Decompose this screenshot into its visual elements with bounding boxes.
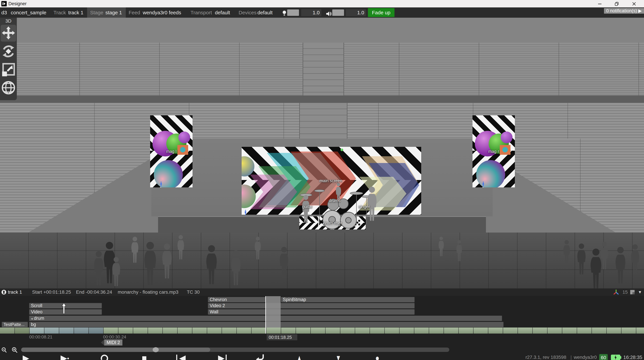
ruler-segment <box>59 327 74 333</box>
clock: 16:28:35 <box>623 354 642 360</box>
battery-icon <box>611 354 620 360</box>
stage-selector[interactable]: stage 1 <box>106 8 122 18</box>
axis-gizmo-icon <box>613 289 619 295</box>
concourse-walkway <box>0 95 644 103</box>
track-start: Start +00:01:18.25 <box>32 288 71 296</box>
brightness-value[interactable]: 1.0 <box>301 9 321 16</box>
globe-tool-button[interactable] <box>1 79 16 96</box>
track-lock-icon[interactable] <box>1 290 6 295</box>
zoom-out-icon[interactable] <box>1 347 7 353</box>
close-icon <box>632 1 636 7</box>
timecode-ruler[interactable] <box>0 327 644 333</box>
designer-window: Designer d3 concert_sample Track track 1… <box>0 0 644 360</box>
title-bar: Designer <box>0 0 644 8</box>
rotate-icon <box>1 43 16 60</box>
record-button[interactable]: ● <box>372 353 383 360</box>
track-bar: track 1 Start +00:01:18.25 End -00:04:36… <box>0 288 644 296</box>
return-icon <box>255 353 265 360</box>
singer-figure <box>368 187 377 221</box>
playhead-section-highlight[interactable] <box>266 296 281 327</box>
project-name[interactable]: concert_sample <box>11 8 46 18</box>
menu-bar: d3 concert_sample Track track 1 Stage st… <box>0 8 644 18</box>
d3-logo-icon <box>1 1 7 7</box>
volume-slider[interactable] <box>332 10 344 16</box>
transport-label: Transport <box>190 8 212 18</box>
drum-riser-label: drum riser <box>323 221 342 226</box>
stage-3d-viewport[interactable]: mag l mag r main screen drums guitar sin… <box>0 18 644 288</box>
ruler-segment <box>74 327 88 333</box>
layer-block-video2[interactable]: Video 2 <box>208 303 415 308</box>
track-timecode-format: TC 30 <box>187 288 200 296</box>
play-button[interactable]: ▶ <box>19 353 32 360</box>
next-section-button[interactable]: ▶ <box>214 353 228 360</box>
midi-tag[interactable]: MIDI 2 <box>101 339 122 345</box>
guitar-label: guitar <box>302 204 313 209</box>
notifications-badge[interactable]: 0 notification(s) ▶ <box>604 8 644 14</box>
stage-label: Stage <box>90 8 103 18</box>
bar <box>176 354 177 360</box>
layer-block-spinbitmap[interactable]: SpinBitmap <box>281 297 415 302</box>
layer-block-chevron[interactable]: Chevron <box>208 297 266 302</box>
fps-badge: 60 <box>599 354 608 360</box>
transport-selector[interactable]: default <box>215 8 230 18</box>
mag-l-label: mag l <box>166 149 176 154</box>
play-section-button[interactable]: ▶● <box>58 353 72 360</box>
midi-tag-arrow-icon <box>101 339 104 345</box>
scrollbar-visible-range[interactable] <box>21 347 210 352</box>
minimize-button[interactable] <box>597 1 602 7</box>
d3-menu[interactable]: d3 <box>1 8 7 18</box>
previous-track-button[interactable]: ▲ <box>295 353 304 360</box>
midi-tag-label: MIDI 2 <box>104 339 122 345</box>
scale-icon <box>1 61 16 78</box>
bar <box>226 354 227 360</box>
layer-block-testpattern[interactable]: TestPatte... <box>2 322 28 327</box>
minimize-icon <box>597 1 602 7</box>
venue-ceiling <box>0 18 644 43</box>
zoom-in-icon[interactable] <box>12 347 18 353</box>
ruler-segment <box>15 327 29 333</box>
ruler-segment <box>44 327 59 333</box>
volume-value[interactable]: 1.0 <box>346 9 366 16</box>
middle-stairway <box>299 103 348 139</box>
main-screen-label: main screen <box>320 178 342 183</box>
playhead-line[interactable] <box>265 296 266 333</box>
detail-tile-icon[interactable] <box>630 290 634 294</box>
height-reference-figure <box>244 210 247 216</box>
tool-panel: 3D <box>0 18 17 100</box>
track-name[interactable]: track 1 <box>8 288 22 296</box>
feed-selector[interactable]: wendya3r0 feeds <box>143 8 181 18</box>
collapse-arrow-icon[interactable]: ◂ <box>31 317 32 320</box>
scrollbar-thumb[interactable] <box>153 347 159 352</box>
fade-up-button[interactable]: Fade up <box>368 8 394 17</box>
rotate-tool-button[interactable] <box>1 43 16 60</box>
height-reference-figure <box>482 182 484 187</box>
track-selector[interactable]: track 1 <box>68 8 84 18</box>
marker-dot <box>340 148 343 151</box>
collapse-timeline-button[interactable]: ▼ <box>638 288 642 296</box>
section-dot: ● <box>67 356 69 360</box>
restore-button[interactable] <box>614 1 619 7</box>
devices-selector[interactable]: default <box>258 8 272 18</box>
test-sphere <box>501 131 512 143</box>
upper-stairway <box>303 43 344 95</box>
previous-section-button[interactable]: ◀ <box>175 353 188 360</box>
arena-floor <box>0 233 644 288</box>
track-label: Track <box>54 8 66 18</box>
devices-label: Devices <box>238 8 256 18</box>
return-to-start-button[interactable] <box>254 353 267 360</box>
loop-button[interactable] <box>98 353 111 360</box>
move-tool-button[interactable] <box>1 25 16 42</box>
timeline-scrollbar[interactable] <box>21 347 449 352</box>
test-sphere <box>476 160 505 188</box>
brightness-slider[interactable] <box>287 10 299 16</box>
drums-label: drums <box>329 198 340 203</box>
layer-block-wall[interactable]: Wall <box>208 309 415 315</box>
stop-button[interactable]: ■ <box>138 353 151 360</box>
globe-icon <box>1 79 16 96</box>
scale-tool-button[interactable] <box>1 61 16 78</box>
ruler-segment <box>30 327 44 333</box>
close-button[interactable] <box>632 1 636 7</box>
next-track-button[interactable]: ▼ <box>334 353 343 360</box>
test-square <box>500 145 510 155</box>
test-sphere <box>178 131 190 143</box>
